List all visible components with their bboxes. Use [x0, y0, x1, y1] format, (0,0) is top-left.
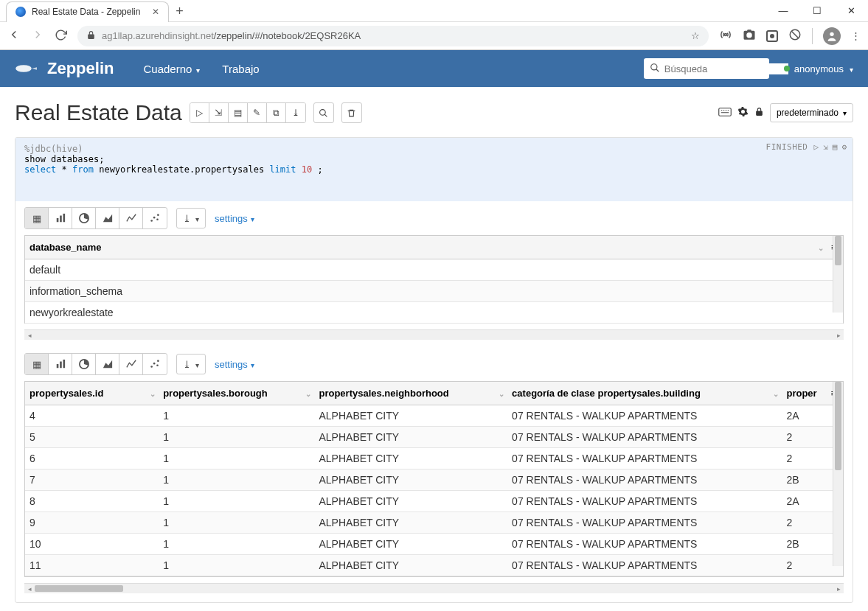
browser-tab[interactable]: Real Estate Data - Zeppelin ✕: [6, 1, 169, 22]
result2-toolbar: ▦ ⤓ settings: [15, 347, 853, 381]
paragraph: %jdbc(hive) show databases; select * fro…: [15, 137, 853, 603]
col-category[interactable]: categoría de clase propertysales.buildin…: [507, 382, 782, 405]
viz-pie-icon[interactable]: [72, 354, 96, 374]
col-borough[interactable]: propertysales.borough⌄: [159, 382, 314, 405]
cell: 07 RENTALS - WALKUP APARTMENTS: [507, 512, 782, 534]
ext-antenna-icon[interactable]: [719, 28, 732, 43]
search-icon: [650, 63, 660, 75]
run-icon[interactable]: ▷: [814, 142, 819, 152]
reload-button[interactable]: [55, 29, 67, 43]
col-neighborhood[interactable]: propertysales.neighborhood⌄: [314, 382, 507, 405]
menu-job[interactable]: Trabajo: [222, 63, 259, 75]
run-all-icon[interactable]: ▷: [190, 103, 209, 122]
ext-camera-icon[interactable]: [743, 28, 756, 43]
cell: 5: [25, 427, 159, 448]
col-database-name[interactable]: database_name⌄: [25, 236, 827, 259]
cell: 07 RENTALS - WALKUP APARTMENTS: [507, 427, 782, 448]
export-icon[interactable]: ⤓: [286, 103, 305, 122]
settings-link-2[interactable]: settings: [215, 359, 254, 370]
viz-line-icon[interactable]: [119, 354, 143, 374]
new-tab-button[interactable]: +: [169, 1, 190, 22]
para-settings-icon[interactable]: ⚙: [841, 142, 847, 152]
vscroll-1[interactable]: [833, 236, 843, 313]
viz-scatter-icon[interactable]: [143, 354, 167, 374]
cell: 8: [25, 491, 159, 512]
col-prop[interactable]: proper: [782, 382, 826, 405]
gear-icon[interactable]: [737, 106, 749, 119]
close-tab-icon[interactable]: ✕: [152, 7, 159, 17]
search-input[interactable]: [664, 63, 788, 74]
viz-area-icon[interactable]: [96, 208, 119, 228]
cell: ALPHABET CITY: [314, 512, 507, 534]
viz-line-icon[interactable]: [119, 208, 143, 228]
clone-icon[interactable]: ▤: [229, 103, 248, 122]
cell: 07 RENTALS - WALKUP APARTMENTS: [507, 491, 782, 512]
lock-icon[interactable]: [754, 107, 764, 119]
cell: ALPHABET CITY: [314, 491, 507, 512]
paragraph-status: FINISHED ▷ ⇲ ▤ ⚙: [766, 142, 847, 152]
svg-point-3: [15, 65, 32, 72]
cell: 1: [159, 405, 314, 427]
download-button-2[interactable]: ⤓: [176, 354, 206, 374]
maximize-button[interactable]: ☐: [800, 0, 834, 22]
hide-show-icon[interactable]: ⇲: [209, 103, 229, 122]
cell: 1: [159, 427, 314, 448]
brand[interactable]: Zeppelin: [15, 59, 114, 78]
cell: 1: [159, 448, 314, 469]
search-box[interactable]: [644, 58, 769, 79]
svg-point-20: [153, 363, 156, 365]
account-icon[interactable]: [823, 27, 841, 45]
notebook-header: Real Estate Data ▷ ⇲ ▤ ✎ ⧉ ⤓ predetermin…: [0, 87, 868, 133]
svg-rect-7: [56, 218, 58, 222]
close-button[interactable]: ✕: [834, 0, 868, 22]
settings-link-1[interactable]: settings: [215, 213, 254, 224]
svg-point-12: [153, 217, 156, 219]
viz-table-icon[interactable]: ▦: [25, 208, 49, 228]
bookmark-icon[interactable]: ☆: [691, 30, 700, 41]
ext-record-icon[interactable]: [766, 30, 778, 42]
copy-icon[interactable]: ⧉: [267, 103, 286, 122]
cell: 07 RENTALS - WALKUP APARTMENTS: [507, 555, 782, 576]
keyboard-icon[interactable]: [718, 107, 732, 119]
ext-block-icon[interactable]: [788, 28, 802, 43]
vscroll-2[interactable]: [833, 382, 843, 566]
svg-point-13: [156, 218, 159, 220]
table-row: newyorkrealestate: [25, 302, 843, 324]
table-row: 91ALPHABET CITY07 RENTALS - WALKUP APART…: [25, 512, 843, 534]
viz-scatter-icon[interactable]: [143, 208, 167, 228]
viz-pie-icon[interactable]: [72, 208, 96, 228]
viz-bar-icon[interactable]: [49, 354, 72, 374]
expand-icon[interactable]: ⇲: [823, 142, 828, 152]
minimize-button[interactable]: —: [766, 0, 800, 22]
cell: newyorkrealestate: [25, 302, 843, 324]
zeppelin-navbar: Zeppelin Cuaderno Trabajo anonymous: [0, 50, 868, 87]
viz-area-icon[interactable]: [96, 354, 119, 374]
code-editor[interactable]: %jdbc(hive) show databases; select * fro…: [15, 138, 853, 201]
browser-menu-icon[interactable]: ⋮: [851, 30, 861, 41]
table-row: default: [25, 259, 843, 281]
search-notebook-icon[interactable]: [313, 102, 334, 123]
hscroll-2[interactable]: ◂ ▸: [24, 583, 844, 593]
url-box[interactable]: ag1llap.azurehdinsight.net/zeppelin/#/no…: [77, 26, 709, 46]
cell: 1: [159, 469, 314, 491]
hscroll-1[interactable]: ◂▸: [24, 329, 844, 340]
display-mode-dropdown[interactable]: predeterminado: [770, 103, 853, 122]
user-menu[interactable]: anonymous: [784, 63, 853, 74]
svg-point-14: [157, 214, 159, 216]
svg-rect-16: [60, 362, 62, 369]
back-button[interactable]: [7, 28, 21, 43]
para-gear-icon[interactable]: ▤: [833, 142, 838, 152]
col-id[interactable]: propertysales.id⌄: [25, 382, 159, 405]
viz-table-icon[interactable]: ▦: [25, 354, 49, 374]
forward-button[interactable]: [31, 28, 44, 43]
svg-point-5: [320, 109, 326, 115]
download-button-1[interactable]: ⤓: [176, 208, 206, 228]
trash-icon[interactable]: [341, 102, 362, 123]
result1-toolbar: ▦ ⤓ settings: [15, 201, 853, 235]
viz-bar-icon[interactable]: [49, 208, 72, 228]
notebook-toolbar: ▷ ⇲ ▤ ✎ ⧉ ⤓: [190, 102, 306, 123]
cell: 4: [25, 405, 159, 427]
menu-notebook[interactable]: Cuaderno: [143, 63, 200, 75]
cell: 6: [25, 448, 159, 469]
edit-icon[interactable]: ✎: [248, 103, 267, 122]
